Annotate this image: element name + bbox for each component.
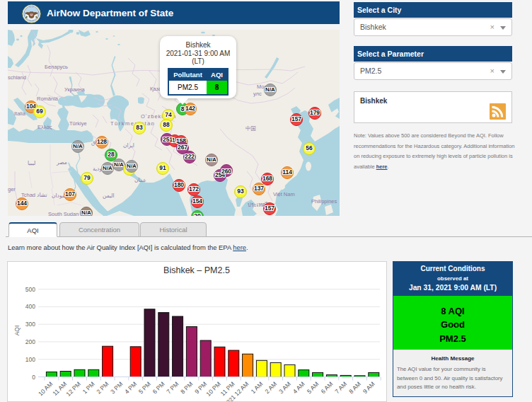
svg-text:South Sudan: South Sudan (48, 211, 79, 216)
svg-text:Беларусь: Беларусь (45, 64, 68, 70)
svg-text:Украина: Украина (64, 86, 85, 93)
svg-text:2 PM: 2 PM (95, 380, 110, 395)
svg-text:Ελλάς: Ελλάς (37, 124, 52, 130)
svg-text:Bishkek – PM2.5: Bishkek – PM2.5 (163, 265, 230, 275)
svg-text:6 AM: 6 AM (320, 380, 335, 395)
svg-text:schland: schland (8, 74, 26, 81)
svg-text:ايران: ايران (123, 142, 134, 149)
svg-text:200: 200 (25, 338, 35, 345)
svg-text:AQI: AQI (13, 326, 21, 336)
svg-text:Italia: Italia (14, 110, 26, 117)
svg-text:8 PM: 8 PM (179, 380, 194, 395)
svg-text:Türkiye: Türkiye (69, 120, 87, 127)
svg-text:4 PM: 4 PM (123, 380, 138, 395)
svg-text:5 AM: 5 AM (306, 380, 320, 395)
svg-text:1 PM: 1 PM (81, 380, 96, 395)
svg-text:3 AM: 3 AM (277, 380, 292, 395)
svg-text:10 PM: 10 PM (204, 380, 221, 397)
svg-text:100: 100 (25, 356, 35, 363)
svg-text:4 AM: 4 AM (291, 380, 306, 395)
svg-text:مصر: مصر (56, 159, 67, 166)
svg-text:3 PM: 3 PM (109, 380, 124, 395)
svg-text:12 PM: 12 PM (64, 380, 81, 397)
svg-text:عمان: عمان (134, 177, 146, 183)
svg-text:7 AM: 7 AM (333, 380, 348, 395)
svg-text:Tchad تشاد: Tchad تشاد (21, 192, 47, 198)
svg-text:1 AM: 1 AM (250, 380, 265, 395)
svg-text:Việt Nam: Việt Nam (273, 191, 295, 197)
svg-text:Philippines: Philippines (311, 198, 337, 205)
svg-text:улс: улс (253, 91, 262, 97)
svg-text:10 AM: 10 AM (37, 380, 54, 397)
svg-text:8 AM: 8 AM (347, 380, 362, 395)
svg-text:9 AM: 9 AM (362, 380, 376, 395)
svg-text:中国: 中国 (245, 125, 256, 132)
svg-text:11 AM: 11 AM (51, 380, 68, 397)
svg-text:400: 400 (25, 303, 35, 310)
svg-text:اليمن: اليمن (103, 193, 115, 199)
svg-text:0: 0 (32, 374, 35, 381)
svg-text:ليبيا: ليبيا (28, 160, 35, 166)
svg-text:300: 300 (25, 321, 35, 328)
svg-text:6 PM: 6 PM (151, 380, 166, 395)
svg-text:România: România (37, 96, 59, 102)
svg-text:ger: ger (8, 186, 16, 193)
svg-text:2 AM: 2 AM (263, 380, 278, 395)
svg-text:500: 500 (25, 286, 35, 293)
svg-text:7 PM: 7 PM (165, 380, 180, 395)
svg-text:5 PM: 5 PM (137, 380, 152, 395)
